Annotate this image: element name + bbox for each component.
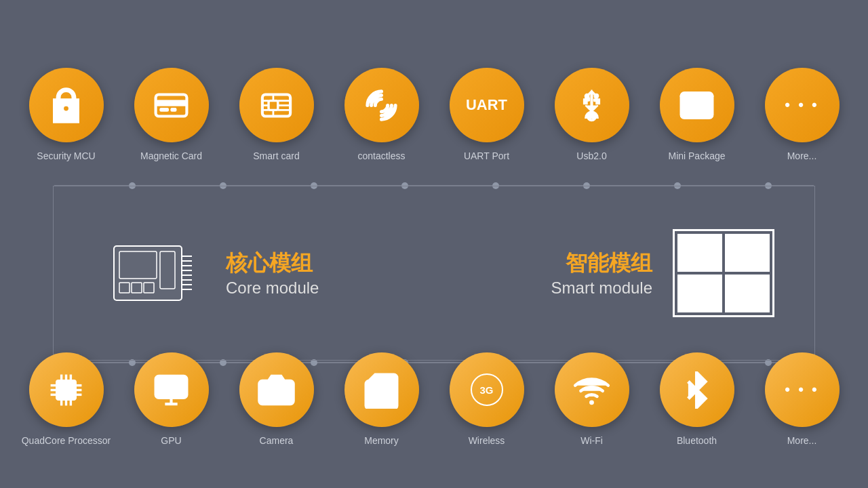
icon-camera[interactable]: Camera: [224, 352, 329, 446]
usb-icon: [573, 87, 610, 124]
wireless-label: Wireless: [469, 435, 505, 446]
smart-card-label: Smart card: [253, 150, 299, 161]
gpu-label: GPU: [161, 435, 181, 446]
smart-module-cn: 智能模组: [551, 249, 652, 279]
memory-label: Memory: [364, 435, 399, 446]
smart-module-icon: [673, 229, 774, 317]
icon-magnetic-card[interactable]: Magnetic Card: [119, 68, 224, 161]
monitor-icon: [153, 371, 190, 409]
camera-icon: [258, 371, 295, 409]
more-top-label: More...: [787, 150, 817, 161]
mini-package-label: Mini Package: [668, 150, 725, 161]
svg-point-65: [273, 388, 279, 394]
envelope-icon: [678, 87, 715, 124]
icon-uart-port[interactable]: UART UART Port: [434, 68, 539, 161]
icon-memory[interactable]: Memory: [329, 352, 434, 446]
svg-rect-44: [62, 385, 71, 394]
core-module-text: 核心模组 Core module: [226, 249, 319, 298]
svg-rect-70: [372, 390, 391, 402]
smart-module-text: 智能模组 Smart module: [551, 249, 652, 298]
core-module-cn: 核心模组: [226, 249, 319, 279]
icon-more-bottom[interactable]: • • • More...: [749, 352, 854, 446]
usb2-label: Usb2.0: [576, 150, 606, 161]
icon-more-top[interactable]: • • • More...: [749, 68, 854, 161]
core-module-en: Core module: [226, 279, 319, 298]
wifi-icon: [573, 371, 610, 409]
sd-card-icon: [363, 371, 400, 409]
more-dots-bottom: • • •: [785, 381, 818, 399]
security-mcu-label: Security MCU: [37, 150, 95, 161]
camera-label: Camera: [260, 435, 294, 446]
icon-wireless[interactable]: 3G Wireless: [434, 352, 539, 446]
bluetooth-icon: [678, 371, 715, 409]
icon-usb2[interactable]: Usb2.0: [539, 68, 644, 161]
svg-rect-2: [160, 108, 167, 110]
top-row: Security MCU Magnetic Card: [0, 68, 868, 161]
smart-module-en: Smart module: [551, 279, 652, 298]
bluetooth-label: Bluetooth: [677, 435, 717, 446]
svg-rect-3: [172, 108, 176, 110]
more-bottom-label: More...: [787, 435, 817, 446]
chip-card-icon: [258, 87, 295, 124]
icon-bluetooth[interactable]: Bluetooth: [644, 352, 749, 446]
bottom-row: QuadCore Processor GPU Camera: [0, 352, 868, 446]
icon-contactless[interactable]: contactless: [329, 68, 434, 161]
uart-text: UART: [466, 96, 507, 114]
wireless-3g-badge: 3G: [471, 373, 503, 406]
card-swipe-icon: [153, 87, 190, 124]
icon-quadcore[interactable]: QuadCore Processor: [14, 352, 119, 446]
smart-module: 智能模组 Smart module: [551, 229, 774, 317]
wifi-label: Wi-Fi: [580, 435, 603, 446]
icon-security-mcu[interactable]: Security MCU: [14, 68, 119, 161]
contactless-label: contactless: [357, 150, 405, 161]
icon-smart-card[interactable]: Smart card: [224, 68, 329, 161]
svg-point-71: [589, 400, 594, 405]
svg-rect-1: [156, 100, 187, 105]
svg-rect-5: [269, 100, 278, 110]
core-module: 核心模组 Core module: [107, 239, 319, 307]
magnetic-card-label: Magnetic Card: [140, 150, 202, 161]
icon-wifi[interactable]: Wi-Fi: [539, 352, 644, 446]
uart-port-label: UART Port: [464, 150, 509, 161]
icon-gpu[interactable]: GPU: [119, 352, 224, 446]
svg-rect-29: [114, 246, 182, 300]
lock-icon: [47, 87, 85, 124]
icon-mini-package[interactable]: Mini Package: [644, 68, 749, 161]
more-dots-top: • • •: [785, 96, 818, 114]
quadcore-label: QuadCore Processor: [22, 435, 111, 446]
svg-rect-20: [594, 99, 598, 101]
core-module-icon: [107, 239, 209, 307]
svg-rect-19: [585, 98, 589, 101]
nfc-icon: [363, 87, 400, 124]
cpu-icon: [47, 371, 85, 409]
